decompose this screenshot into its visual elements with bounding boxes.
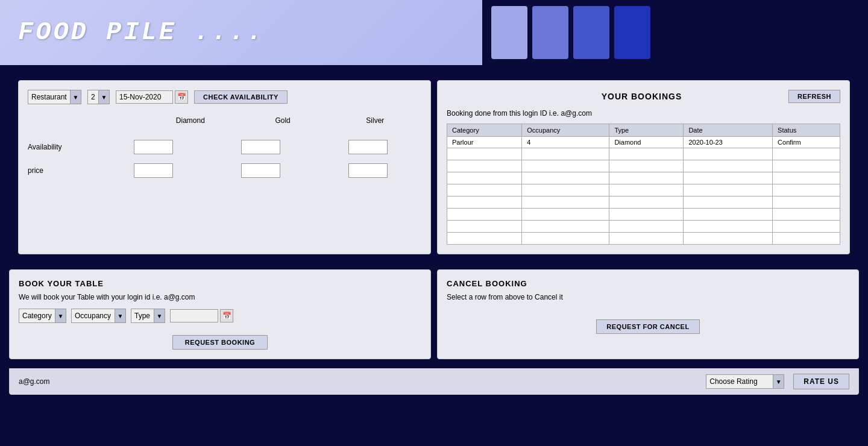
book-occupancy-select[interactable]: Occupancy bbox=[72, 310, 115, 322]
empty-row-8 bbox=[447, 233, 840, 245]
bookings-header: YOUR BOOKINGS REFRESH bbox=[447, 90, 840, 103]
book-date-wrap: 📅 bbox=[170, 309, 233, 322]
type-arrow: ▼ bbox=[154, 309, 165, 322]
price-row: price bbox=[28, 163, 421, 178]
avail-header-row: Diamond Gold Silver bbox=[28, 116, 421, 125]
book-occupancy-select-wrap[interactable]: Occupancy ▼ bbox=[71, 309, 126, 323]
col-silver: Silver bbox=[351, 116, 399, 125]
col-diamond: Diamond bbox=[166, 116, 215, 125]
type-select-wrap[interactable]: Type ▼ bbox=[131, 309, 165, 323]
cancel-title: CANCEL BOOKING bbox=[447, 279, 849, 288]
book-occupancy-arrow: ▼ bbox=[115, 309, 125, 322]
color-block-4 bbox=[614, 6, 650, 59]
category-arrow: ▼ bbox=[55, 309, 66, 322]
avail-silver-input[interactable] bbox=[348, 140, 388, 154]
bookings-table: Category Occupancy Type Date Status Parl… bbox=[447, 124, 840, 245]
rating-bar: a@g.com Choose Rating 1 Star 2 Stars 3 S… bbox=[9, 368, 859, 395]
avail-gold-input[interactable] bbox=[241, 140, 280, 154]
empty-row-2 bbox=[447, 160, 840, 172]
category-select-wrap[interactable]: Category ▼ bbox=[19, 309, 66, 323]
rating-select-arrow: ▼ bbox=[773, 375, 784, 388]
color-block-2 bbox=[532, 6, 568, 59]
empty-row-4 bbox=[447, 184, 840, 196]
request-cancel-button[interactable]: REQUEST FOR CANCEL bbox=[596, 319, 699, 334]
booking-login-info: Booking done from this login ID i.e. a@g… bbox=[447, 109, 840, 118]
cancel-booking-panel: CANCEL BOOKING Select a row from above t… bbox=[437, 269, 859, 359]
empty-row-7 bbox=[447, 221, 840, 233]
color-block-1 bbox=[491, 6, 527, 59]
bookings-title: YOUR BOOKINGS bbox=[495, 92, 788, 101]
book-table-panel: BOOK YOUR TABLE We will book your Table … bbox=[9, 269, 431, 359]
your-bookings-panel: YOUR BOOKINGS REFRESH Booking done from … bbox=[437, 80, 850, 254]
book-table-info: We will book your Table with your login … bbox=[19, 293, 421, 301]
restaurant-select-arrow: ▼ bbox=[70, 90, 81, 104]
request-booking-button[interactable]: REQUEST BOOKING bbox=[172, 335, 268, 350]
price-gold-input[interactable] bbox=[241, 163, 280, 178]
restaurant-select-wrap[interactable]: Restaurant ▼ bbox=[28, 90, 81, 104]
cell-date: 2020-10-23 bbox=[684, 137, 773, 148]
main-top-row: Restaurant ▼ 2 ▼ 📅 CHECK AVAILABILITY Di… bbox=[9, 71, 859, 263]
occupancy-select-wrap[interactable]: 2 ▼ bbox=[87, 90, 110, 104]
cell-occupancy: 4 bbox=[522, 137, 609, 148]
availability-row: Availability bbox=[28, 140, 421, 154]
calendar-icon[interactable]: 📅 bbox=[175, 90, 188, 104]
avail-row-label: Availability bbox=[28, 143, 100, 151]
book-table-title: BOOK YOUR TABLE bbox=[19, 279, 421, 288]
rating-user: a@g.com bbox=[19, 377, 50, 386]
availability-table: Diamond Gold Silver Availability price bbox=[28, 116, 421, 178]
empty-row-5 bbox=[447, 196, 840, 209]
rating-select-wrap: Choose Rating 1 Star 2 Stars 3 Stars 4 S… bbox=[706, 374, 784, 389]
bookings-table-header-row: Category Occupancy Type Date Status bbox=[447, 124, 840, 137]
app-title: FOOD PILE .... bbox=[18, 18, 265, 47]
avail-diamond-input[interactable] bbox=[134, 140, 173, 154]
date-input[interactable] bbox=[116, 90, 173, 104]
rate-us-button[interactable]: RATE US bbox=[793, 374, 849, 389]
empty-row-3 bbox=[447, 172, 840, 184]
rating-dropdown-wrap[interactable]: Choose Rating 1 Star 2 Stars 3 Stars 4 S… bbox=[706, 374, 784, 389]
cancel-info: Select a row from above to Cancel it bbox=[447, 293, 849, 301]
color-block-3 bbox=[573, 6, 609, 59]
cell-status: Confirm bbox=[773, 137, 840, 148]
col-header-date: Date bbox=[684, 124, 773, 137]
bottom-row: BOOK YOUR TABLE We will book your Table … bbox=[9, 269, 859, 359]
restaurant-select[interactable]: Restaurant bbox=[28, 91, 70, 103]
rating-select[interactable]: Choose Rating 1 Star 2 Stars 3 Stars 4 S… bbox=[706, 375, 773, 388]
book-controls: Category ▼ Occupancy ▼ Type ▼ 📅 bbox=[19, 309, 421, 323]
col-header-type: Type bbox=[609, 124, 684, 137]
col-header-occupancy: Occupancy bbox=[522, 124, 609, 137]
avail-fields bbox=[100, 140, 421, 154]
col-gold: Gold bbox=[259, 116, 307, 125]
check-availability-button[interactable]: CHECK AVAILABILITY bbox=[194, 90, 288, 104]
logo-banner: FOOD PILE .... bbox=[0, 0, 482, 65]
category-select[interactable]: Category bbox=[19, 310, 55, 322]
type-select[interactable]: Type bbox=[131, 310, 154, 322]
price-row-label: price bbox=[28, 166, 100, 175]
date-input-wrap: 📅 bbox=[116, 90, 188, 104]
table-row[interactable]: Parlour 4 Diamond 2020-10-23 Confirm bbox=[447, 137, 840, 148]
avail-controls-row: Restaurant ▼ 2 ▼ 📅 CHECK AVAILABILITY bbox=[28, 90, 421, 104]
empty-row-1 bbox=[447, 148, 840, 160]
price-diamond-input[interactable] bbox=[134, 163, 173, 178]
check-availability-panel: Restaurant ▼ 2 ▼ 📅 CHECK AVAILABILITY Di… bbox=[18, 80, 431, 254]
price-silver-input[interactable] bbox=[348, 163, 388, 178]
book-date-input[interactable] bbox=[170, 309, 218, 322]
col-header-category: Category bbox=[447, 124, 522, 137]
col-header-status: Status bbox=[773, 124, 840, 137]
header-color-blocks bbox=[482, 0, 659, 65]
price-fields bbox=[100, 163, 421, 178]
refresh-button[interactable]: REFRESH bbox=[788, 90, 840, 103]
header: FOOD PILE .... bbox=[0, 0, 868, 65]
occupancy-select-arrow: ▼ bbox=[98, 90, 109, 104]
cell-category: Parlour bbox=[447, 137, 522, 148]
empty-row-6 bbox=[447, 209, 840, 221]
cell-type: Diamond bbox=[609, 137, 684, 148]
book-calendar-icon[interactable]: 📅 bbox=[220, 309, 233, 322]
occupancy-select[interactable]: 2 bbox=[88, 91, 98, 103]
